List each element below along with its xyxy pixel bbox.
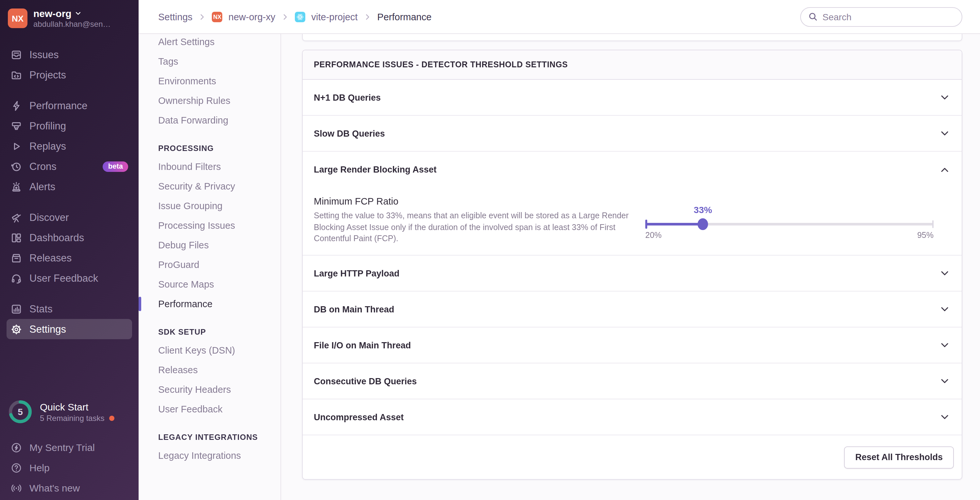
settings-nav-environments[interactable]: Environments (138, 71, 280, 91)
threshold-label: Minimum FCP Ratio (314, 196, 646, 206)
settings-nav-tags[interactable]: Tags (138, 52, 280, 71)
org-initials: NX (12, 13, 24, 23)
detector-row-consecutive-db-queries[interactable]: Consecutive DB Queries (303, 363, 962, 399)
org-badge: NX (212, 11, 223, 22)
panel-title: PERFORMANCE ISSUES - DETECTOR THRESHOLD … (303, 50, 962, 80)
sidebar-footer: My Sentry Trial Help What's new (6, 437, 132, 498)
chevron-up-icon[interactable] (939, 164, 950, 175)
settings-nav-legacy-integrations[interactable]: Legacy Integrations (138, 446, 280, 465)
settings-nav-client-keys[interactable]: Client Keys (DSN) (138, 341, 280, 360)
sidebar-item-label: Stats (29, 303, 52, 315)
sidebar-item-projects[interactable]: Projects (6, 65, 132, 85)
detector-row-db-on-main-thread[interactable]: DB on Main Thread (303, 292, 962, 327)
sidebar-group-explore: Discover Dashboards Releases User Feedba… (6, 207, 132, 288)
settings-nav-section-legacy: LEGACY INTEGRATIONS (138, 429, 280, 446)
settings-nav-section-sdk-setup: SDK SETUP (138, 324, 280, 341)
bar-chart-icon (10, 303, 22, 315)
detector-expanded-content: Minimum FCP Ratio Setting the value to 3… (303, 187, 962, 256)
sidebar-item-label: Settings (29, 323, 66, 335)
breadcrumb-separator-icon (363, 13, 371, 21)
quick-start-subtitle: 5 Remaining tasks (40, 413, 104, 422)
broadcast-icon (10, 482, 22, 494)
settings-nav-releases[interactable]: Releases (138, 360, 280, 380)
sidebar-item-stats[interactable]: Stats (6, 299, 132, 319)
slider-start-tick (645, 220, 647, 229)
settings-nav-ownership-rules[interactable]: Ownership Rules (138, 91, 280, 111)
sidebar-item-settings[interactable]: Settings (6, 319, 132, 339)
sidebar-item-whats-new[interactable]: What's new (6, 478, 132, 498)
detector-row-uncompressed-asset[interactable]: Uncompressed Asset (303, 399, 962, 435)
quick-start[interactable]: 5 Quick Start 5 Remaining tasks (6, 399, 132, 424)
sidebar-item-label: Dashboards (29, 232, 84, 243)
chevron-down-icon[interactable] (939, 340, 950, 350)
settings-nav-performance[interactable]: Performance (138, 294, 280, 314)
sidebar-group-main: Issues Projects (6, 44, 132, 85)
react-icon (295, 11, 305, 22)
sidebar-item-label: Help (29, 462, 50, 473)
sidebar-item-alerts[interactable]: Alerts (6, 176, 132, 197)
top-bar: Settings NX new-org-xy vite-project Perf… (138, 0, 980, 34)
breadcrumb-settings[interactable]: Settings (158, 11, 192, 22)
sidebar-item-performance[interactable]: Performance (6, 95, 132, 116)
threshold-description: Setting the value to 33%, means that an … (314, 211, 646, 245)
breadcrumb-project[interactable]: vite-project (311, 11, 358, 22)
sidebar-item-discover[interactable]: Discover (6, 207, 132, 227)
sidebar-item-help[interactable]: Help (6, 457, 132, 478)
detector-row-file-io-on-main-thread[interactable]: File I/O on Main Thread (303, 327, 962, 363)
search-box[interactable] (800, 7, 963, 27)
chevron-down-icon[interactable] (939, 268, 950, 278)
sidebar-item-profiling[interactable]: Profiling (6, 116, 132, 136)
chevron-down-icon[interactable] (939, 92, 950, 103)
settings-nav-issue-grouping[interactable]: Issue Grouping (138, 196, 280, 216)
settings-nav-alert-settings[interactable]: Alert Settings (138, 34, 280, 52)
search-input[interactable] (822, 11, 955, 22)
clock-icon (10, 160, 22, 172)
breadcrumb-separator-icon (281, 13, 289, 21)
slider-min-label: 20% (645, 231, 662, 240)
dashboard-icon (10, 232, 22, 243)
settings-nav-source-maps[interactable]: Source Maps (138, 275, 280, 294)
telescope-icon (10, 211, 22, 223)
settings-nav-debug-files[interactable]: Debug Files (138, 235, 280, 255)
settings-nav-inbound-filters[interactable]: Inbound Filters (138, 157, 280, 176)
sidebar-item-label: Issues (29, 49, 59, 60)
chevron-down-icon[interactable] (939, 128, 950, 138)
chevron-down-icon[interactable] (939, 412, 950, 422)
chevron-down-icon[interactable] (939, 376, 950, 386)
settings-nav-security-privacy[interactable]: Security & Privacy (138, 176, 280, 196)
org-switcher[interactable]: NX new-org abdullah.khan@sen… (6, 5, 132, 32)
sidebar-item-dashboards[interactable]: Dashboards (6, 227, 132, 248)
detector-row-large-http-payload[interactable]: Large HTTP Payload (303, 256, 962, 292)
detector-row-n1-db-queries[interactable]: N+1 DB Queries (303, 80, 962, 116)
chevron-down-icon[interactable] (939, 304, 950, 314)
settings-nav-user-feedback[interactable]: User Feedback (138, 399, 280, 419)
breadcrumb-org[interactable]: new-org-xy (229, 11, 275, 22)
profiling-icon (10, 120, 22, 132)
quick-start-title: Quick Start (40, 401, 114, 412)
app-root: NX new-org abdullah.khan@sen… Issues Pro… (0, 0, 980, 500)
sidebar-item-user-feedback[interactable]: User Feedback (6, 268, 132, 288)
sidebar-item-label: Performance (29, 100, 87, 111)
main-content: PERFORMANCE ISSUES - DETECTOR THRESHOLD … (281, 34, 980, 500)
search-icon (808, 12, 818, 22)
reset-all-thresholds-button[interactable]: Reset All Thresholds (844, 446, 954, 468)
settings-nav-data-forwarding[interactable]: Data Forwarding (138, 111, 280, 130)
slider-handle[interactable] (698, 218, 708, 230)
sidebar-item-crons[interactable]: Crons beta (6, 156, 132, 176)
breadcrumb: Settings NX new-org-xy vite-project Perf… (158, 11, 431, 22)
settings-nav-proguard[interactable]: ProGuard (138, 255, 280, 275)
settings-nav-processing-issues[interactable]: Processing Issues (138, 216, 280, 235)
detector-row-large-render-blocking-asset[interactable]: Large Render Blocking Asset (303, 152, 962, 187)
sidebar-item-issues[interactable]: Issues (6, 44, 132, 65)
fcp-ratio-slider[interactable]: 33% 20% 95% (645, 187, 934, 255)
scrolled-panel-bottom (302, 34, 963, 41)
detector-row-slow-db-queries[interactable]: Slow DB Queries (303, 116, 962, 152)
sidebar-group-bottom: Stats Settings (6, 299, 132, 339)
settings-nav-security-headers[interactable]: Security Headers (138, 380, 280, 399)
sidebar-item-my-sentry-trial[interactable]: My Sentry Trial (6, 437, 132, 457)
main-sidebar: NX new-org abdullah.khan@sen… Issues Pro… (0, 0, 138, 500)
sidebar-item-releases[interactable]: Releases (6, 248, 132, 268)
slider-max-label: 95% (917, 231, 934, 240)
sidebar-item-replays[interactable]: Replays (6, 136, 132, 156)
beta-badge: beta (103, 161, 128, 171)
